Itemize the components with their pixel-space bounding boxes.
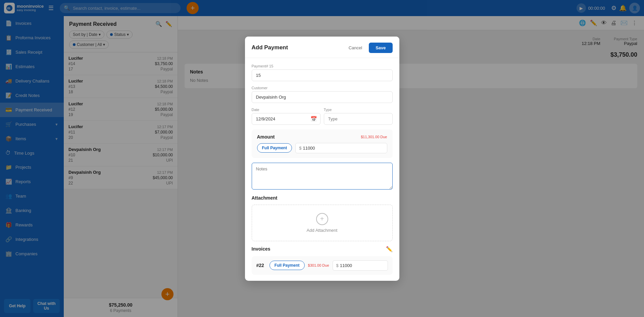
due-amount-badge: $11,301.00 Due [361,135,387,139]
amount-input-wrap: $ [295,143,387,153]
date-input-wrap: 📅 [252,113,320,125]
invoices-edit-icon[interactable]: ✏️ [386,246,393,252]
modal-body: Payment# 15 Customer Date 📅 Type [245,58,399,281]
customer-group: Customer [252,86,393,103]
date-group: Date 📅 [252,108,320,125]
customer-input[interactable] [252,91,393,103]
type-input[interactable] [324,113,393,125]
type-group: Type [324,108,393,125]
invoice-dollar-symbol: $ [336,263,339,268]
attachment-label: Add Attachment [307,228,338,233]
notes-group [252,163,393,191]
invoice-amount-input[interactable] [340,263,384,268]
attachment-title: Attachment [252,195,393,201]
invoice-full-payment-button[interactable]: Full Payment [269,261,305,270]
date-label: Date [252,108,320,112]
modal-cancel-button[interactable]: Cancel [345,43,365,52]
modal-overlay[interactable]: Add Payment Cancel Save Payment# 15 Cust… [0,0,644,317]
amount-row: Full Payment $ [257,143,387,153]
payment-number-input[interactable] [252,69,393,81]
modal-header: Add Payment Cancel Save [245,37,399,58]
payment-number-label: Payment# 15 [252,64,393,68]
modal-title: Add Payment [252,44,288,51]
invoice-amount-input-wrap: $ [333,260,388,271]
invoices-header: Invoices ✏️ [252,246,393,252]
calendar-icon[interactable]: 📅 [310,116,317,122]
amount-input[interactable] [303,146,383,151]
amount-section: Amount $11,301.00 Due Full Payment $ [252,129,393,158]
invoice-due-badge: $301.00 Due [308,263,329,267]
invoices-section: Invoices ✏️ #22 Full Payment $301.00 Due… [252,246,393,275]
invoice-item: #22 Full Payment $301.00 Due $ [252,256,393,275]
dollar-symbol: $ [299,146,301,151]
notes-textarea[interactable] [252,163,393,190]
modal-save-button[interactable]: Save [369,43,392,53]
type-label: Type [324,108,393,112]
add-payment-modal: Add Payment Cancel Save Payment# 15 Cust… [245,37,399,281]
date-type-row: Date 📅 Type [252,108,393,129]
invoices-title: Invoices [252,246,270,252]
invoice-id: #22 [256,263,264,268]
full-payment-button[interactable]: Full Payment [257,143,292,153]
amount-label: Amount [257,134,275,140]
customer-label: Customer [252,86,393,90]
payment-number-group: Payment# 15 [252,64,393,81]
attachment-upload-area[interactable]: + Add Attachment [252,205,393,241]
attachment-section: Attachment + Add Attachment [252,195,393,241]
attachment-add-icon: + [316,213,328,225]
